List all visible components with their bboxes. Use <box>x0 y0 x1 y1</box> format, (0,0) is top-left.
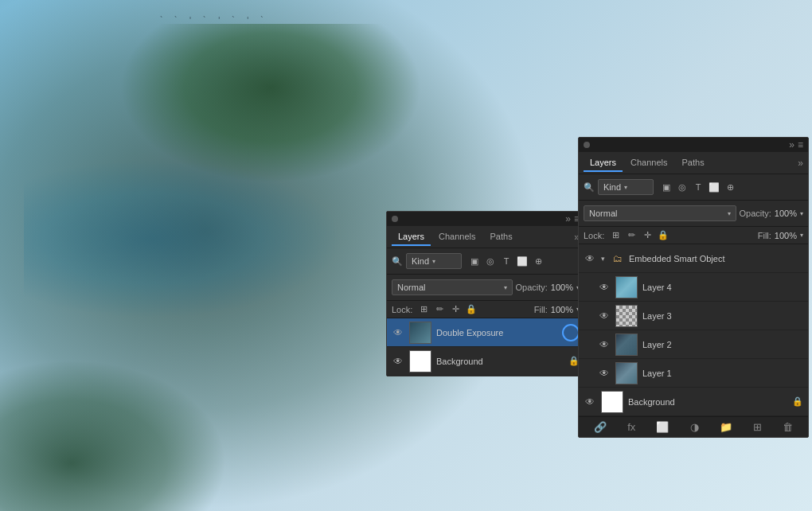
thumb-background-small <box>409 350 431 373</box>
kind-dropdown-arrow-small: ▾ <box>432 258 435 265</box>
lock-position-icon-small[interactable]: ✛ <box>449 303 462 316</box>
lock-all-icon-small[interactable]: 🔒 <box>465 303 478 316</box>
layer-item-layer2[interactable]: 👁 Layer 2 <box>579 330 808 359</box>
eye-icon-layer3[interactable]: 👁 <box>598 310 611 322</box>
layer-name-background-large: Background <box>628 397 787 407</box>
panel-small-controls <box>392 216 398 222</box>
layer-item-embedded-smart-object[interactable]: 👁 ▾ 🗂 Embedded Smart Object <box>579 244 808 273</box>
kind-filter-icons-small: ▣ ◎ T ⬜ ⊕ <box>468 255 545 267</box>
group-layers-icon-large[interactable]: 📁 <box>720 421 732 433</box>
smart-filter-icon-large[interactable]: ⊕ <box>724 181 736 193</box>
lock-icon-background-large: 🔒 <box>792 396 803 407</box>
layers-list-small: 👁 Double Exposure 👁 Background 🔒 <box>387 318 584 376</box>
panel-small-more-icon[interactable]: » <box>565 213 571 224</box>
fill-value-large[interactable]: 100% <box>775 231 797 240</box>
opacity-label-small: Opacity: <box>516 283 548 292</box>
adjustment-icon-large[interactable]: ◑ <box>690 421 699 433</box>
thumb-layer2 <box>615 334 638 356</box>
lock-pixels-icon-large[interactable]: ⊞ <box>609 229 622 242</box>
tab-small-layers[interactable]: Layers <box>392 228 431 246</box>
panel-large-tabs: Layers Channels Paths » <box>579 152 808 174</box>
lock-image-icon-small[interactable]: ✏ <box>433 303 446 316</box>
layers-panel-large: » ≡ Layers Channels Paths » 🔍 Kind ▾ ▣ ◎… <box>578 137 809 438</box>
shape-filter-icon-small[interactable]: ⬜ <box>516 255 529 267</box>
lock-all-icon-large[interactable]: 🔒 <box>657 229 670 242</box>
mode-row-small: Normal ▾ Opacity: 100% ▾ <box>392 278 580 297</box>
tab-small-channels[interactable]: Channels <box>432 228 482 246</box>
layer-name-layer2: Layer 2 <box>642 340 803 349</box>
eye-icon-background-small[interactable]: 👁 <box>392 355 404 368</box>
lock-row-small: Lock: ⊞ ✏ ✛ 🔒 Fill: 100% ▾ <box>387 301 584 318</box>
layer-item-background-large[interactable]: 👁 Background 🔒 <box>579 388 808 416</box>
lock-image-icon-large[interactable]: ✏ <box>625 229 638 242</box>
fill-value-small[interactable]: 100% <box>551 305 573 314</box>
kind-label-small: Kind <box>412 256 429 266</box>
layers-list-large: 👁 ▾ 🗂 Embedded Smart Object 👁 Layer 4 👁 … <box>579 244 808 416</box>
new-layer-icon-large[interactable]: ⊞ <box>753 421 762 433</box>
kind-row-large: 🔍 Kind ▾ ▣ ◎ T ⬜ ⊕ <box>584 177 803 197</box>
tab-large-more[interactable]: » <box>798 158 803 169</box>
eye-icon-layer2[interactable]: 👁 <box>598 338 611 351</box>
mode-dropdown-large[interactable]: Normal ▾ <box>584 205 736 221</box>
eye-icon-layer4[interactable]: 👁 <box>598 281 611 294</box>
eye-icon-layer1[interactable]: 👁 <box>598 367 611 380</box>
fill-label-large: Fill: <box>758 231 771 240</box>
lock-label-large: Lock: <box>584 231 604 240</box>
pixel-filter-icon-small[interactable]: ▣ <box>468 255 481 267</box>
tab-large-layers[interactable]: Layers <box>584 154 623 172</box>
panel-large-more-icon[interactable]: » <box>789 139 794 150</box>
panel-large-menu-icon[interactable]: ≡ <box>798 139 803 150</box>
layer-circle-double-exposure <box>562 324 580 341</box>
eye-icon-double-exposure[interactable]: 👁 <box>392 326 404 339</box>
type-filter-icon-large[interactable]: T <box>692 181 705 193</box>
close-dot-small <box>392 216 398 222</box>
mode-dropdown-small[interactable]: Normal ▾ <box>392 279 513 295</box>
opacity-value-small[interactable]: 100% <box>551 283 573 292</box>
layer-item-layer1[interactable]: 👁 Layer 1 <box>579 359 808 388</box>
eye-icon-background-large[interactable]: 👁 <box>584 396 596 408</box>
lock-pixels-icon-small[interactable]: ⊞ <box>417 303 430 316</box>
adjustment-filter-icon-small[interactable]: ◎ <box>484 255 497 267</box>
layer-item-layer4[interactable]: 👁 Layer 4 <box>579 273 808 302</box>
mask-icon-large[interactable]: ⬜ <box>656 421 669 433</box>
smart-filter-icon-small[interactable]: ⊕ <box>532 255 545 267</box>
thumb-background-large <box>601 391 623 413</box>
adjustment-filter-icon-large[interactable]: ◎ <box>676 181 689 193</box>
thumb-layer4 <box>615 276 638 298</box>
birds-decoration: ` ` ' ` ' ` ' ` <box>159 16 267 25</box>
panel-large-bottom: 🔗 fx ⬜ ◑ 📁 ⊞ 🗑 <box>579 416 808 437</box>
layer-item-double-exposure[interactable]: 👁 Double Exposure <box>387 318 584 347</box>
search-icon-small: 🔍 <box>392 256 403 267</box>
expand-arrow-embedded[interactable]: ▾ <box>601 255 605 263</box>
panel-large-titlebar: » ≡ <box>579 138 808 152</box>
close-dot-large <box>584 142 590 148</box>
eye-icon-embedded[interactable]: 👁 <box>584 252 596 265</box>
panel-small-kind-section: 🔍 Kind ▾ ▣ ◎ T ⬜ ⊕ <box>387 248 584 275</box>
kind-filter-icons-large: ▣ ◎ T ⬜ ⊕ <box>660 181 736 193</box>
link-icon-large[interactable]: 🔗 <box>594 421 607 433</box>
layers-panel-small: » ≡ Layers Channels Paths » 🔍 Kind ▾ ▣ ◎… <box>386 211 585 376</box>
fx-icon-large[interactable]: fx <box>627 421 635 433</box>
kind-dropdown-small[interactable]: Kind ▾ <box>406 253 462 269</box>
opacity-value-large[interactable]: 100% <box>775 209 797 218</box>
kind-dropdown-large[interactable]: Kind ▾ <box>598 179 654 195</box>
panel-large-mode-section: Normal ▾ Opacity: 100% ▾ <box>579 201 808 227</box>
panel-large-kind-section: 🔍 Kind ▾ ▣ ◎ T ⬜ ⊕ <box>579 174 808 201</box>
layer-item-layer3[interactable]: 👁 Layer 3 <box>579 302 808 330</box>
type-filter-icon-small[interactable]: T <box>500 255 513 267</box>
layer-item-background-small[interactable]: 👁 Background 🔒 <box>387 347 584 376</box>
tab-large-paths[interactable]: Paths <box>676 154 711 172</box>
shape-filter-icon-large[interactable]: ⬜ <box>708 181 720 193</box>
mode-arrow-large: ▾ <box>728 210 731 217</box>
tab-small-paths[interactable]: Paths <box>484 228 519 246</box>
layer-name-layer3: Layer 3 <box>642 311 803 321</box>
lock-row-large: Lock: ⊞ ✏ ✛ 🔒 Fill: 100% ▾ <box>579 227 808 244</box>
tab-large-channels[interactable]: Channels <box>624 154 673 172</box>
layer-name-embedded: Embedded Smart Object <box>629 254 803 263</box>
pixel-filter-icon-large[interactable]: ▣ <box>660 181 673 193</box>
delete-layer-icon-large[interactable]: 🗑 <box>783 421 793 433</box>
panel-large-right-controls: » ≡ <box>789 139 803 150</box>
lock-position-icon-large[interactable]: ✛ <box>641 229 654 242</box>
opacity-section-large: Opacity: 100% ▾ <box>740 209 804 218</box>
fill-section-large: Fill: 100% ▾ <box>758 231 803 240</box>
